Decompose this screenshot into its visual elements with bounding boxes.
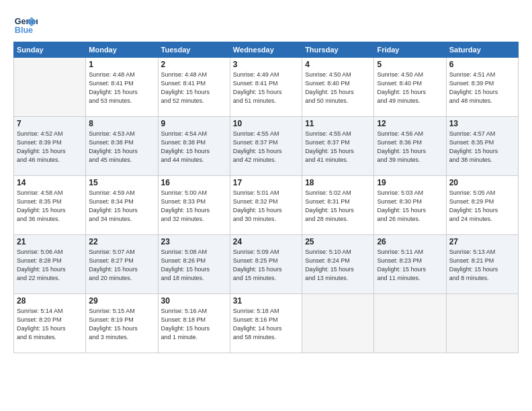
calendar-cell: 10Sunrise: 4:55 AM Sunset: 8:37 PM Dayli… [230,117,302,176]
cell-info: Sunrise: 4:56 AM Sunset: 8:36 PM Dayligh… [377,130,443,165]
calendar-cell: 21Sunrise: 5:06 AM Sunset: 8:28 PM Dayli… [14,235,86,294]
calendar-cell: 5Sunrise: 4:50 AM Sunset: 8:40 PM Daylig… [374,58,446,117]
calendar-cell: 30Sunrise: 5:16 AM Sunset: 8:18 PM Dayli… [158,294,230,353]
calendar-cell: 8Sunrise: 4:53 AM Sunset: 8:38 PM Daylig… [86,117,158,176]
day-number: 17 [233,178,299,187]
day-number: 28 [17,296,83,306]
cell-info: Sunrise: 5:09 AM Sunset: 8:25 PM Dayligh… [233,248,299,283]
calendar-cell: 4Sunrise: 4:50 AM Sunset: 8:40 PM Daylig… [302,58,374,117]
calendar-cell: 24Sunrise: 5:09 AM Sunset: 8:25 PM Dayli… [230,235,302,294]
calendar-cell: 22Sunrise: 5:07 AM Sunset: 8:27 PM Dayli… [86,235,158,294]
day-number: 19 [377,178,443,187]
calendar-cell: 18Sunrise: 5:02 AM Sunset: 8:31 PM Dayli… [302,176,374,235]
cell-info: Sunrise: 4:53 AM Sunset: 8:38 PM Dayligh… [89,130,154,165]
cell-info: Sunrise: 4:57 AM Sunset: 8:35 PM Dayligh… [449,130,515,165]
day-number: 11 [305,119,371,128]
calendar-cell: 1Sunrise: 4:48 AM Sunset: 8:41 PM Daylig… [86,58,158,117]
weekday-header-monday: Monday [86,42,158,58]
calendar-cell: 27Sunrise: 5:13 AM Sunset: 8:21 PM Dayli… [446,235,518,294]
day-number: 7 [17,119,83,128]
day-number: 25 [305,237,371,246]
cell-info: Sunrise: 5:05 AM Sunset: 8:29 PM Dayligh… [449,189,515,224]
cell-info: Sunrise: 4:55 AM Sunset: 8:37 PM Dayligh… [233,130,299,165]
calendar-cell [302,294,374,353]
week-row-2: 7Sunrise: 4:52 AM Sunset: 8:39 PM Daylig… [14,117,519,176]
cell-info: Sunrise: 4:48 AM Sunset: 8:41 PM Dayligh… [89,71,154,105]
calendar-cell: 23Sunrise: 5:08 AM Sunset: 8:26 PM Dayli… [158,235,230,294]
day-number: 21 [17,237,83,246]
calendar-cell: 25Sunrise: 5:10 AM Sunset: 8:24 PM Dayli… [302,235,374,294]
logo: General Blue [13,12,40,36]
day-number: 14 [17,178,83,187]
cell-info: Sunrise: 5:00 AM Sunset: 8:33 PM Dayligh… [161,189,227,224]
cell-info: Sunrise: 5:11 AM Sunset: 8:23 PM Dayligh… [377,248,443,283]
calendar-cell: 13Sunrise: 4:57 AM Sunset: 8:35 PM Dayli… [446,117,518,176]
day-number: 5 [377,60,443,69]
week-row-3: 14Sunrise: 4:58 AM Sunset: 8:35 PM Dayli… [14,176,519,235]
calendar-cell: 14Sunrise: 4:58 AM Sunset: 8:35 PM Dayli… [14,176,86,235]
weekday-header-tuesday: Tuesday [158,42,230,58]
cell-info: Sunrise: 4:51 AM Sunset: 8:39 PM Dayligh… [449,71,515,105]
cell-info: Sunrise: 5:06 AM Sunset: 8:28 PM Dayligh… [17,248,83,283]
calendar-cell: 19Sunrise: 5:03 AM Sunset: 8:30 PM Dayli… [374,176,446,235]
header: General Blue [13,12,519,36]
calendar-cell: 28Sunrise: 5:14 AM Sunset: 8:20 PM Dayli… [14,294,86,353]
cell-info: Sunrise: 5:18 AM Sunset: 8:16 PM Dayligh… [233,307,299,342]
day-number: 16 [161,178,227,187]
cell-info: Sunrise: 4:58 AM Sunset: 8:35 PM Dayligh… [17,189,83,224]
day-number: 3 [233,60,299,69]
calendar-cell: 9Sunrise: 4:54 AM Sunset: 8:38 PM Daylig… [158,117,230,176]
day-number: 15 [89,178,154,187]
day-number: 10 [233,119,299,128]
cell-info: Sunrise: 5:03 AM Sunset: 8:30 PM Dayligh… [377,189,443,224]
calendar-cell: 3Sunrise: 4:49 AM Sunset: 8:41 PM Daylig… [230,58,302,117]
weekday-header-sunday: Sunday [14,42,86,58]
cell-info: Sunrise: 4:49 AM Sunset: 8:41 PM Dayligh… [233,71,299,105]
calendar: SundayMondayTuesdayWednesdayThursdayFrid… [13,42,519,353]
cell-info: Sunrise: 5:15 AM Sunset: 8:19 PM Dayligh… [89,307,154,342]
day-number: 8 [89,119,154,128]
day-number: 2 [161,60,227,69]
day-number: 31 [233,296,299,306]
calendar-cell: 2Sunrise: 4:48 AM Sunset: 8:41 PM Daylig… [158,58,230,117]
cell-info: Sunrise: 5:16 AM Sunset: 8:18 PM Dayligh… [161,307,227,342]
day-number: 22 [89,237,154,246]
cell-info: Sunrise: 5:14 AM Sunset: 8:20 PM Dayligh… [17,307,83,342]
svg-text:Blue: Blue [15,26,33,35]
calendar-cell: 6Sunrise: 4:51 AM Sunset: 8:39 PM Daylig… [446,58,518,117]
cell-info: Sunrise: 5:13 AM Sunset: 8:21 PM Dayligh… [449,248,515,283]
day-number: 27 [449,237,515,246]
day-number: 24 [233,237,299,246]
day-number: 26 [377,237,443,246]
day-number: 23 [161,237,227,246]
cell-info: Sunrise: 5:10 AM Sunset: 8:24 PM Dayligh… [305,248,371,283]
cell-info: Sunrise: 5:07 AM Sunset: 8:27 PM Dayligh… [89,248,154,283]
weekday-header-wednesday: Wednesday [230,42,302,58]
week-row-4: 21Sunrise: 5:06 AM Sunset: 8:28 PM Dayli… [14,235,519,294]
day-number: 30 [161,296,227,306]
day-number: 6 [449,60,515,69]
calendar-cell [446,294,518,353]
weekday-header-row: SundayMondayTuesdayWednesdayThursdayFrid… [14,42,519,58]
calendar-cell [374,294,446,353]
day-number: 20 [449,178,515,187]
day-number: 13 [449,119,515,128]
calendar-cell: 17Sunrise: 5:01 AM Sunset: 8:32 PM Dayli… [230,176,302,235]
calendar-cell: 20Sunrise: 5:05 AM Sunset: 8:29 PM Dayli… [446,176,518,235]
page: General Blue SundayMondayTuesdayWednesda… [0,0,532,411]
calendar-cell [14,58,86,117]
cell-info: Sunrise: 4:52 AM Sunset: 8:39 PM Dayligh… [17,130,83,165]
day-number: 18 [305,178,371,187]
weekday-header-saturday: Saturday [446,42,518,58]
calendar-cell: 29Sunrise: 5:15 AM Sunset: 8:19 PM Dayli… [86,294,158,353]
day-number: 9 [161,119,227,128]
weekday-header-friday: Friday [374,42,446,58]
weekday-header-thursday: Thursday [302,42,374,58]
week-row-1: 1Sunrise: 4:48 AM Sunset: 8:41 PM Daylig… [14,58,519,117]
calendar-cell: 12Sunrise: 4:56 AM Sunset: 8:36 PM Dayli… [374,117,446,176]
cell-info: Sunrise: 4:55 AM Sunset: 8:37 PM Dayligh… [305,130,371,165]
day-number: 29 [89,296,154,306]
calendar-cell: 15Sunrise: 4:59 AM Sunset: 8:34 PM Dayli… [86,176,158,235]
cell-info: Sunrise: 4:54 AM Sunset: 8:38 PM Dayligh… [161,130,227,165]
week-row-5: 28Sunrise: 5:14 AM Sunset: 8:20 PM Dayli… [14,294,519,353]
